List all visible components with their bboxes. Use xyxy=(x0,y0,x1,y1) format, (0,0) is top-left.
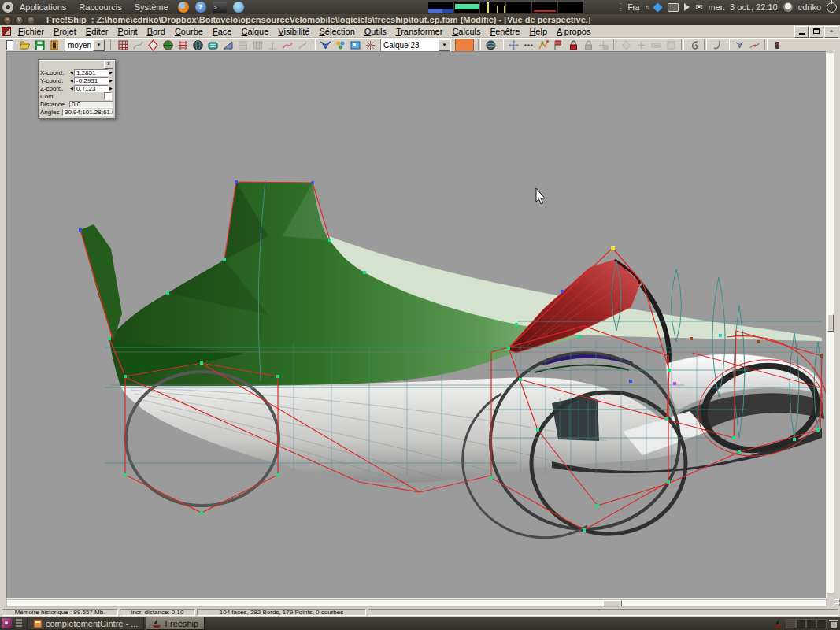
corner-checkbox[interactable] xyxy=(104,92,112,100)
display-icon[interactable] xyxy=(668,3,679,12)
task-freeship[interactable]: Freeship xyxy=(146,617,205,630)
add-point-button[interactable] xyxy=(521,39,536,51)
menu-visibilite[interactable]: Visibilité xyxy=(273,26,314,37)
document-window-icon[interactable] xyxy=(2,27,11,36)
workspace-2[interactable] xyxy=(796,619,806,628)
perspective-viewport[interactable]: × X-coord. ◀ 1.2851 ▶ Y-coord. ◀ -0.2931… xyxy=(6,51,827,599)
color-palette-button[interactable] xyxy=(333,39,348,51)
x-coord-field[interactable]: 1.2851 xyxy=(74,69,109,76)
help-icon[interactable]: ? xyxy=(195,2,206,13)
wireframe-view-button[interactable] xyxy=(116,39,131,51)
horizontal-scrollbar[interactable] xyxy=(6,599,827,607)
mdi-minimize-button[interactable] xyxy=(794,26,809,38)
interior-edges-button[interactable] xyxy=(235,39,250,51)
curvature-plot-button[interactable] xyxy=(280,39,295,51)
app-icon-blue[interactable] xyxy=(233,2,244,13)
layer-dropdown-arrow-icon[interactable]: ▼ xyxy=(439,39,450,51)
menu-a-propos[interactable]: A propos xyxy=(552,26,595,37)
window-titlebar[interactable]: × ∨ ○ Free!Ship : Z:\home\cdriko\Dropbox… xyxy=(0,14,840,25)
layer-dropdown[interactable]: Calque 23 ▼ xyxy=(380,39,451,52)
menu-selection[interactable]: Sélection xyxy=(314,26,359,37)
insert-plane-button[interactable] xyxy=(551,39,566,51)
window-close-button[interactable]: × xyxy=(3,16,12,24)
keyboard-layout-indicator[interactable]: Fra xyxy=(627,3,639,12)
systeme-menu[interactable]: Système xyxy=(128,0,175,14)
user-avatar[interactable] xyxy=(783,2,793,12)
volume-icon[interactable] xyxy=(684,3,690,11)
new-file-button[interactable] xyxy=(2,39,17,51)
mdi-close-button[interactable]: × xyxy=(824,26,838,38)
developability-view-button[interactable] xyxy=(205,39,220,51)
rotate-curve-button[interactable] xyxy=(686,39,701,51)
mail-icon[interactable]: ✉ xyxy=(695,2,702,13)
workspace-4[interactable] xyxy=(816,619,827,628)
coordinate-dialog[interactable]: × X-coord. ◀ 1.2851 ▶ Y-coord. ◀ -0.2931… xyxy=(38,59,116,119)
applications-menu[interactable]: Applications xyxy=(13,0,72,14)
clock[interactable]: mer. 3 oct., 22:10 xyxy=(709,2,778,12)
menu-fenetre[interactable]: Fenêtre xyxy=(485,26,524,37)
menu-face[interactable]: Face xyxy=(208,26,236,37)
raccourcis-menu[interactable]: Raccourcis xyxy=(72,0,128,14)
lock-points-button[interactable] xyxy=(566,39,581,51)
z-coord-increment-icon[interactable]: ▶ xyxy=(109,85,113,92)
dropbox-icon[interactable] xyxy=(653,2,663,12)
task-completementcintre[interactable]: completementCintre - ... xyxy=(27,617,144,630)
coordinate-dialog-titlebar[interactable]: × xyxy=(40,61,113,68)
intersect-curve-button[interactable] xyxy=(747,39,762,51)
zebra-shading-button[interactable] xyxy=(220,39,235,51)
flowlines-button[interactable] xyxy=(295,39,310,51)
save-file-button[interactable] xyxy=(32,39,47,51)
gauss-curvature-button[interactable] xyxy=(176,39,191,51)
system-monitor-graphs[interactable] xyxy=(428,2,583,13)
distro-logo-icon[interactable] xyxy=(2,2,13,13)
firefox-icon[interactable] xyxy=(178,2,189,13)
menu-projet[interactable]: Projet xyxy=(49,26,81,37)
unlock-points-button[interactable] xyxy=(581,39,596,51)
exit-button[interactable] xyxy=(47,39,62,51)
y-coord-increment-icon[interactable]: ▶ xyxy=(109,77,113,84)
vertical-scrollbar-thumb[interactable] xyxy=(827,314,834,332)
menu-courbe[interactable]: Courbe xyxy=(170,26,208,37)
hydrostatics-butterfly-button[interactable] xyxy=(732,39,747,51)
move-selection-button[interactable] xyxy=(596,39,611,51)
y-coord-field[interactable]: -0.2931 xyxy=(74,77,109,84)
precision-dropdown-arrow-icon[interactable]: ▼ xyxy=(93,39,105,51)
scroll-down-button[interactable] xyxy=(834,603,840,606)
window-list-icon[interactable] xyxy=(16,619,22,628)
hull-lines-button[interactable] xyxy=(318,39,333,51)
join-edges-button[interactable] xyxy=(649,39,664,51)
collapse-edge-button[interactable] xyxy=(536,39,551,51)
menu-calculs[interactable]: Calculs xyxy=(447,26,485,37)
window-maximize-button[interactable]: ○ xyxy=(27,16,35,24)
scroll-up-button[interactable] xyxy=(834,599,840,602)
precision-dropdown[interactable]: moyen ▼ xyxy=(65,39,105,52)
workspace-3[interactable] xyxy=(806,619,816,628)
project-point-button[interactable] xyxy=(619,39,634,51)
background-image-button[interactable] xyxy=(348,39,363,51)
shaded-view-button[interactable] xyxy=(161,39,176,51)
window-minimize-button[interactable]: ∨ xyxy=(15,16,24,24)
freeship-tray-icon[interactable] xyxy=(774,619,783,628)
trash-icon[interactable] xyxy=(829,619,838,628)
workspace-1[interactable] xyxy=(786,619,796,628)
move-point-button[interactable] xyxy=(506,39,521,51)
fair-curve-button[interactable] xyxy=(709,39,724,51)
new-face-button[interactable] xyxy=(664,39,679,51)
environment-shade-button[interactable] xyxy=(191,39,205,51)
menu-point[interactable]: Point xyxy=(113,26,142,37)
curvature-tool-button[interactable] xyxy=(131,39,146,51)
username-label[interactable]: cdriko xyxy=(798,2,821,12)
horizontal-scrollbar-thumb[interactable] xyxy=(603,600,622,606)
control-net-button[interactable] xyxy=(250,39,265,51)
check-faces-button[interactable] xyxy=(146,39,161,51)
resistance-calc-button[interactable] xyxy=(770,39,785,51)
vertical-scrollbar[interactable] xyxy=(827,52,834,594)
power-icon[interactable] xyxy=(827,2,837,13)
menu-help[interactable]: Help xyxy=(524,26,552,37)
menu-editer[interactable]: Editer xyxy=(81,26,113,37)
dialog-close-button[interactable]: × xyxy=(104,61,113,69)
menu-bord[interactable]: Bord xyxy=(142,26,170,37)
menu-outils[interactable]: Outils xyxy=(360,26,391,37)
intersection-curves-button[interactable] xyxy=(363,39,378,51)
taskbar-app-icon[interactable] xyxy=(2,618,12,628)
